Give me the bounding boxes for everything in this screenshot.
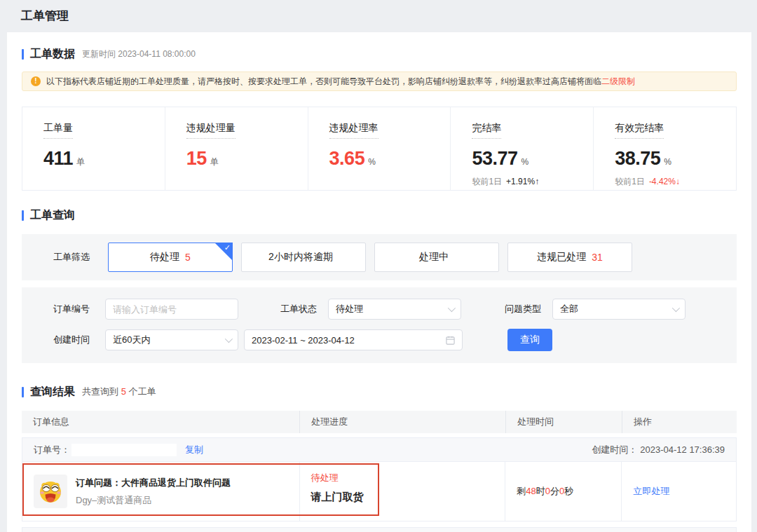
filter-tabs-panel: 工单筛选 待处理 5 ✓ 2小时内将逾期 处理中 违规已处理 31 xyxy=(22,234,737,280)
trend-down-icon: ↓ xyxy=(676,177,680,186)
data-section-header: 工单数据 更新时间 2023-04-11 08:00:00 xyxy=(22,46,737,62)
column-action: 操作 xyxy=(622,411,737,433)
summary-suffix: 个工单 xyxy=(128,386,156,397)
section-accent-bar xyxy=(22,387,24,397)
stat-violation-volume: 违规处理量 15 单 xyxy=(165,107,308,190)
issue-type-label: 问题类型 xyxy=(505,303,541,315)
summary-count: 5 xyxy=(121,386,126,397)
stat-completion-rate: 完结率 53.77 % 较前1日+1.91%↑ xyxy=(450,107,593,190)
created-range-select[interactable]: 近60天内 xyxy=(105,329,238,350)
handle-now-link[interactable]: 立即处理 xyxy=(633,485,669,498)
countdown-prefix: 剩 xyxy=(517,486,526,496)
stat-value: 38.75 xyxy=(615,148,660,170)
created-range-value: 近60天内 xyxy=(113,334,150,346)
time-left-cell: 剩48时0分0秒 xyxy=(505,462,621,521)
date-range-picker[interactable]: 2023-02-11 ~ 2023-04-12 xyxy=(244,329,463,350)
form-row-1: 订单编号 工单状态 待处理 问题类型 全部 xyxy=(53,299,737,320)
order-no-group: 订单号： 复制 xyxy=(34,444,203,456)
product-image[interactable] xyxy=(34,475,67,508)
tab-label: 违规已处理 xyxy=(537,251,586,264)
stat-label: 违规处理量 xyxy=(186,122,236,139)
status-select-value: 待处理 xyxy=(336,303,363,315)
stats-panel: 工单量 411 单 违规处理量 15 单 违规处理率 3.65 % 完结率 53… xyxy=(22,107,737,191)
filter-tab-list: 待处理 5 ✓ 2小时内将逾期 处理中 违规已处理 31 xyxy=(108,243,632,272)
results-section-header: 查询结果 共查询到 5 个工单 xyxy=(22,384,737,400)
stat-label: 工单量 xyxy=(43,122,73,139)
stat-unit: 单 xyxy=(76,156,85,168)
stat-ticket-volume: 工单量 411 单 xyxy=(22,107,165,190)
tab-due-in-2h[interactable]: 2小时内将逾期 xyxy=(241,243,366,272)
tab-violation-handled[interactable]: 违规已处理 31 xyxy=(507,243,632,272)
notice-restriction-link[interactable]: 二级限制 xyxy=(601,76,635,88)
stat-label: 完结率 xyxy=(472,122,501,139)
stat-value: 53.77 xyxy=(472,148,517,170)
tab-processing[interactable]: 处理中 xyxy=(374,243,499,272)
compare-value: +1.91% xyxy=(506,177,535,186)
created-time-label: 创建时间 xyxy=(53,334,90,346)
issue-type-select-value: 全部 xyxy=(560,303,578,315)
status-label: 工单状态 xyxy=(280,303,317,315)
page-title: 工单管理 xyxy=(21,8,757,24)
stat-unit: % xyxy=(368,157,376,167)
query-section-header: 工单查询 xyxy=(22,207,737,223)
order-no-input[interactable] xyxy=(105,299,238,320)
countdown-hours: 48 xyxy=(526,486,536,496)
progress-instruction: 请上门取货 xyxy=(311,491,505,504)
issue-type-select[interactable]: 全部 xyxy=(552,299,686,320)
issue-title: 订单问题：大件商品退货上门取件问题 xyxy=(76,477,231,489)
main-card: 工单数据 更新时间 2023-04-11 08:00:00 ! 以下指标代表店铺… xyxy=(7,32,751,532)
countdown-minutes: 0 xyxy=(545,486,550,496)
tab-count: 31 xyxy=(592,252,603,263)
trend-up-icon: ↑ xyxy=(535,177,539,186)
stat-violation-rate: 违规处理率 3.65 % xyxy=(308,107,451,190)
check-icon: ✓ xyxy=(224,243,231,252)
stat-label: 违规处理率 xyxy=(329,122,378,139)
column-order-info: 订单信息 xyxy=(22,411,299,433)
stat-unit: 单 xyxy=(210,156,219,168)
order-no-redacted xyxy=(71,444,177,456)
chevron-down-icon xyxy=(672,304,680,312)
date-range-value: 2023-02-11 ~ 2023-04-12 xyxy=(252,335,355,346)
order-text-block: 订单问题：大件商品退货上门取件问题 Dgy–测试普通商品 xyxy=(76,477,231,507)
order-no-label: 订单号： xyxy=(34,444,70,456)
page-header: 工单管理 xyxy=(0,0,757,32)
chevron-down-icon xyxy=(225,335,233,343)
filter-label: 工单筛选 xyxy=(53,251,93,264)
stat-compare: 较前1日+1.91%↑ xyxy=(472,176,593,188)
status-select[interactable]: 待处理 xyxy=(328,299,461,320)
next-result-card-partial xyxy=(22,527,737,532)
countdown-seconds-unit: 秒 xyxy=(564,486,573,496)
section-accent-bar xyxy=(22,49,24,60)
stat-unit: % xyxy=(521,157,528,167)
search-button[interactable]: 查询 xyxy=(507,329,552,351)
calendar-icon xyxy=(446,336,455,345)
order-info-cell: 订单问题：大件商品退货上门取件问题 Dgy–测试普通商品 xyxy=(22,462,299,521)
countdown-hours-unit: 时 xyxy=(536,486,545,496)
row-created-label: 创建时间： xyxy=(592,444,637,456)
results-summary: 共查询到 5 个工单 xyxy=(82,386,156,398)
compare-label: 较前1日 xyxy=(615,177,645,186)
result-card: 订单号： 复制 创建时间： 2023-04-12 17:36:39 xyxy=(22,437,737,521)
order-no-label: 订单编号 xyxy=(53,303,90,315)
countdown-text: 剩48时0分0秒 xyxy=(517,485,573,498)
column-time: 处理时间 xyxy=(505,411,622,433)
compare-label: 较前1日 xyxy=(472,177,502,186)
summary-prefix: 共查询到 xyxy=(82,386,118,397)
tab-pending[interactable]: 待处理 5 ✓ xyxy=(108,243,233,272)
tab-label: 2小时内将逾期 xyxy=(268,251,333,264)
countdown-minutes-unit: 分 xyxy=(550,486,559,496)
status-badge: 待处理 xyxy=(311,472,505,484)
tab-label: 处理中 xyxy=(419,251,449,264)
copy-order-no-link[interactable]: 复制 xyxy=(185,444,203,456)
stat-unit: % xyxy=(664,157,671,167)
query-section-title: 工单查询 xyxy=(30,208,75,223)
product-name: Dgy–测试普通商品 xyxy=(76,494,231,507)
notice-text: 以下指标代表店铺近期的工单处理质量，请严格按时、按要求处理工单，否则可能导致平台… xyxy=(46,76,601,88)
result-row: 订单问题：大件商品退货上门取件问题 Dgy–测试普通商品 待处理 请上门取货 剩… xyxy=(22,462,736,521)
data-section-title: 工单数据 xyxy=(30,47,75,62)
compare-value: -4.42% xyxy=(649,177,676,186)
row-created-value: 2023-04-12 17:36:39 xyxy=(640,444,725,455)
section-accent-bar xyxy=(22,210,24,221)
stat-compare: 较前1日-4.42%↓ xyxy=(615,176,736,188)
tab-count: 5 xyxy=(185,252,191,263)
